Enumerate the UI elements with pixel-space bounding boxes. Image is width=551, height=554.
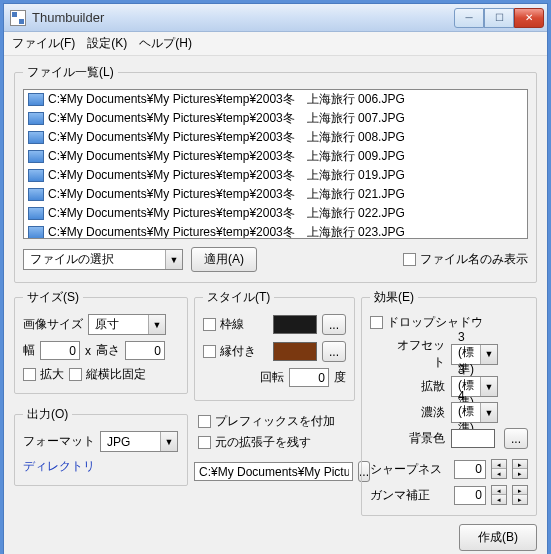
directory-label[interactable]: ディレクトリ xyxy=(23,458,95,475)
chevron-down-icon[interactable]: ▼ xyxy=(480,345,497,364)
image-icon xyxy=(28,188,44,201)
chevron-down-icon[interactable]: ▼ xyxy=(480,377,497,396)
sharpness-spinner-right[interactable]: ▸▸ xyxy=(512,459,528,479)
file-select-combo[interactable]: ファイルの選択 ▼ xyxy=(23,249,183,270)
offset-select[interactable]: 3 (標準)▼ xyxy=(451,344,498,365)
bgcolor-label: 背景色 xyxy=(386,430,445,447)
format-label: フォーマット xyxy=(23,433,95,450)
sharpness-spinner-left[interactable]: ◂◂ xyxy=(491,459,507,479)
image-size-label: 画像サイズ xyxy=(23,316,83,333)
image-icon xyxy=(28,112,44,125)
image-icon xyxy=(28,150,44,163)
prefix-checkbox[interactable]: プレフィックスを付加 xyxy=(198,413,351,430)
height-input[interactable] xyxy=(125,341,165,360)
list-item[interactable]: C:¥My Documents¥My Pictures¥temp¥2003冬 上… xyxy=(24,166,527,185)
filelist-legend: ファイル一覧(L) xyxy=(23,64,118,81)
style-legend: スタイル(T) xyxy=(203,289,274,306)
fill-color-button[interactable]: ... xyxy=(322,341,346,362)
list-item[interactable]: C:¥My Documents¥My Pictures¥temp¥2003冬 上… xyxy=(24,147,527,166)
gamma-label: ガンマ補正 xyxy=(370,487,430,504)
offset-label: オフセット xyxy=(386,337,445,371)
gamma-input[interactable] xyxy=(454,486,486,505)
bgcolor-swatch[interactable] xyxy=(451,429,495,448)
filename-only-checkbox[interactable]: ファイル名のみ表示 xyxy=(403,251,528,268)
height-label: 高さ xyxy=(96,342,120,359)
keep-ext-checkbox[interactable]: 元の拡張子を残す xyxy=(198,434,351,451)
list-item[interactable]: C:¥My Documents¥My Pictures¥temp¥2003冬 上… xyxy=(24,109,527,128)
menu-file[interactable]: ファイル(F) xyxy=(12,35,75,52)
minimize-button[interactable]: ─ xyxy=(454,8,484,28)
file-list[interactable]: C:¥My Documents¥My Pictures¥temp¥2003冬 上… xyxy=(23,89,528,239)
density-label: 濃淡 xyxy=(386,404,445,421)
size-group: サイズ(S) 画像サイズ 原寸 ▼ 幅 x 高さ xyxy=(14,289,188,394)
width-label: 幅 xyxy=(23,342,35,359)
sharpness-label: シャープネス xyxy=(370,461,442,478)
bgcolor-button[interactable]: ... xyxy=(504,428,528,449)
density-select[interactable]: 4 (標準)▼ xyxy=(451,402,498,423)
window-title: Thumbuilder xyxy=(32,10,454,25)
width-input[interactable] xyxy=(40,341,80,360)
create-button[interactable]: 作成(B) xyxy=(459,524,537,551)
menubar: ファイル(F) 設定(K) ヘルプ(H) xyxy=(4,32,547,56)
chevron-down-icon[interactable]: ▼ xyxy=(160,432,177,451)
fill-checkbox[interactable]: 縁付き xyxy=(203,343,256,360)
border-checkbox[interactable]: 枠線 xyxy=(203,316,244,333)
window: Thumbuilder ─ ☐ ✕ ファイル(F) 設定(K) ヘルプ(H) フ… xyxy=(3,3,548,554)
effects-group: 効果(E) ドロップシャドウ オフセット 3 (標準)▼ 拡散 3 (標準)▼ … xyxy=(361,289,537,516)
maximize-button[interactable]: ☐ xyxy=(484,8,514,28)
titlebar[interactable]: Thumbuilder ─ ☐ ✕ xyxy=(4,4,547,32)
filelist-group: ファイル一覧(L) C:¥My Documents¥My Pictures¥te… xyxy=(14,64,537,283)
enlarge-checkbox[interactable]: 拡大 xyxy=(23,366,64,383)
spread-label: 拡散 xyxy=(386,378,445,395)
output-legend: 出力(O) xyxy=(23,406,72,423)
list-item[interactable]: C:¥My Documents¥My Pictures¥temp¥2003冬 上… xyxy=(24,204,527,223)
image-icon xyxy=(28,226,44,239)
sharpness-input[interactable] xyxy=(454,460,486,479)
size-legend: サイズ(S) xyxy=(23,289,83,306)
list-item[interactable]: C:¥My Documents¥My Pictures¥temp¥2003冬 上… xyxy=(24,90,527,109)
rotation-label: 回転 xyxy=(260,369,284,386)
rotation-input[interactable] xyxy=(289,368,329,387)
dropshadow-checkbox[interactable]: ドロップシャドウ xyxy=(370,314,528,331)
fill-color-swatch[interactable] xyxy=(273,342,317,361)
image-icon xyxy=(28,169,44,182)
gamma-spinner-left[interactable]: ◂◂ xyxy=(491,485,507,505)
menu-settings[interactable]: 設定(K) xyxy=(87,35,127,52)
image-icon xyxy=(28,131,44,144)
close-button[interactable]: ✕ xyxy=(514,8,544,28)
image-icon xyxy=(28,207,44,220)
output-group: 出力(O) フォーマット JPG ▼ ディレクトリ xyxy=(14,406,188,486)
border-color-button[interactable]: ... xyxy=(322,314,346,335)
chevron-down-icon[interactable]: ▼ xyxy=(165,250,182,269)
list-item[interactable]: C:¥My Documents¥My Pictures¥temp¥2003冬 上… xyxy=(24,223,527,239)
apply-button[interactable]: 適用(A) xyxy=(191,247,257,272)
style-group: スタイル(T) 枠線 ... 縁付き ... 回転 xyxy=(194,289,355,401)
effects-legend: 効果(E) xyxy=(370,289,418,306)
checkbox-icon xyxy=(403,253,416,266)
format-select[interactable]: JPG ▼ xyxy=(100,431,178,452)
list-item[interactable]: C:¥My Documents¥My Pictures¥temp¥2003冬 上… xyxy=(24,185,527,204)
chevron-down-icon[interactable]: ▼ xyxy=(480,403,497,422)
directory-input[interactable] xyxy=(194,462,353,481)
image-size-select[interactable]: 原寸 ▼ xyxy=(88,314,166,335)
menu-help[interactable]: ヘルプ(H) xyxy=(139,35,192,52)
list-item[interactable]: C:¥My Documents¥My Pictures¥temp¥2003冬 上… xyxy=(24,128,527,147)
gamma-spinner-right[interactable]: ▸▸ xyxy=(512,485,528,505)
border-color-swatch[interactable] xyxy=(273,315,317,334)
app-icon xyxy=(10,10,26,26)
aspect-lock-checkbox[interactable]: 縦横比固定 xyxy=(69,366,146,383)
chevron-down-icon[interactable]: ▼ xyxy=(148,315,165,334)
image-icon xyxy=(28,93,44,106)
